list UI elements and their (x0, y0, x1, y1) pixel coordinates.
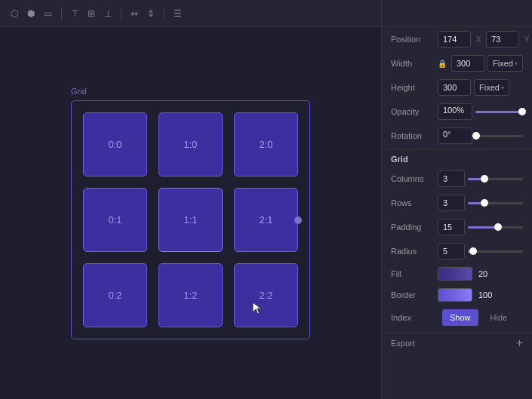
cell-2-1[interactable]: 2:1 (234, 188, 298, 252)
radius-row: Radius (382, 239, 532, 263)
radius-thumb[interactable] (469, 247, 477, 255)
y-axis-label: Y (522, 35, 531, 44)
cell-2-2[interactable]: 2:2 (234, 263, 298, 327)
x-axis-label: X (474, 35, 483, 44)
index-row: Index Show Hide (382, 305, 532, 330)
canvas-content: Grid 0:0 1:0 2:0 0:1 1:1 (0, 27, 381, 399)
top-toolbar: ⬡ ⬢ ▭ ⊤ ⊞ ⊥ ⇔ ⇕ ☰ (0, 0, 381, 27)
cell-0-1[interactable]: 0:1 (83, 188, 147, 252)
fill-row: Fill 20 (382, 263, 532, 284)
cell-label-1-0: 1:0 (183, 139, 197, 150)
cell-handle[interactable] (294, 216, 302, 224)
width-dropdown[interactable]: Fixed ▾ (487, 55, 523, 72)
cell-1-0[interactable]: 1:0 (158, 112, 223, 176)
rows-thumb[interactable] (481, 199, 488, 207)
rows-label: Rows (391, 198, 438, 207)
columns-thumb[interactable] (481, 175, 488, 183)
fill-label: Fill (391, 269, 438, 278)
opacity-value: 100% (438, 103, 523, 120)
padding-label: Padding (391, 223, 438, 232)
rotation-label: Rotation (391, 131, 438, 140)
menu-icon[interactable]: ☰ (172, 7, 183, 20)
padding-slider[interactable] (468, 226, 523, 229)
cell-label-0-0: 0:0 (108, 139, 121, 150)
align-center-h-icon[interactable]: ⬢ (26, 7, 36, 20)
chevron-down-icon-height: ▾ (501, 84, 504, 91)
cell-label-1-2: 1:2 (183, 290, 197, 301)
align-center-v-icon[interactable]: ⊞ (86, 7, 97, 20)
position-x-input[interactable] (438, 31, 471, 48)
cell-2-0[interactable]: 2:0 (234, 112, 298, 176)
toolbar-sep-2 (121, 8, 121, 20)
cell-label-2-1: 2:1 (259, 214, 272, 226)
chevron-down-icon: ▾ (515, 60, 518, 67)
opacity-thumb[interactable] (518, 108, 526, 115)
cell-0-0[interactable]: 0:0 (83, 112, 147, 176)
rotation-slider[interactable] (475, 135, 523, 137)
align-bottom-icon[interactable]: ⊥ (103, 7, 113, 20)
align-top-icon[interactable]: ⊤ (69, 7, 80, 20)
opacity-track (475, 111, 523, 113)
radius-value (438, 243, 523, 259)
right-panel: Position X Y Width 🔒 Fixed ▾ Height Fixe… (381, 0, 532, 399)
height-value: Fixed ▾ (438, 79, 523, 96)
width-input[interactable] (451, 55, 484, 72)
radius-slider[interactable] (468, 250, 523, 253)
align-left-icon[interactable]: ⬡ (9, 7, 20, 20)
cell-label-1-1: 1:1 (183, 214, 197, 226)
distribute-v-icon[interactable]: ⇕ (146, 7, 156, 20)
radius-track (468, 250, 523, 253)
padding-row: Padding (382, 215, 532, 239)
rows-slider[interactable] (468, 202, 523, 204)
fill-value: 20 (438, 267, 523, 281)
opacity-slider[interactable] (475, 111, 523, 113)
columns-input[interactable] (438, 170, 465, 187)
rows-row: Rows (382, 191, 532, 215)
rows-track (468, 202, 523, 204)
rows-input[interactable] (438, 195, 465, 211)
border-row: Border 100 (382, 284, 532, 305)
width-row: Width 🔒 Fixed ▾ (382, 51, 532, 75)
toolbar-sep-1 (61, 8, 62, 20)
opacity-display: 100% (438, 103, 472, 120)
columns-slider[interactable] (468, 178, 523, 180)
canvas-area: ⬡ ⬢ ▭ ⊤ ⊞ ⊥ ⇔ ⇕ ☰ Grid 0:0 1:0 2:0 (0, 0, 381, 399)
cell-label-0-1: 0:1 (108, 214, 121, 226)
export-plus-button[interactable]: + (516, 337, 523, 349)
radius-input[interactable] (438, 243, 465, 259)
columns-track (468, 178, 523, 180)
grid-section-header: Grid (382, 149, 532, 167)
padding-fill (468, 226, 498, 229)
lock-icon[interactable]: 🔒 (438, 60, 447, 68)
height-dropdown[interactable]: Fixed ▾ (474, 79, 509, 96)
rotation-thumb[interactable] (472, 132, 480, 140)
opacity-row: Opacity 100% (382, 100, 532, 124)
padding-input[interactable] (438, 219, 465, 235)
toolbar-sep-3 (164, 8, 165, 20)
hide-button[interactable]: Hide (483, 309, 515, 326)
align-right-icon[interactable]: ▭ (42, 7, 54, 20)
grid-container: Grid 0:0 1:0 2:0 0:1 1:1 (71, 87, 310, 339)
position-y-input[interactable] (486, 31, 519, 48)
width-label: Width (391, 59, 438, 68)
cell-label-0-2: 0:2 (108, 290, 121, 301)
export-row: Export + (382, 333, 532, 353)
opacity-fill (475, 111, 523, 113)
cell-0-2[interactable]: 0:2 (83, 263, 147, 327)
cell-1-1[interactable]: 1:1 (158, 188, 223, 252)
border-color-swatch[interactable] (438, 288, 472, 302)
position-value: X Y (438, 31, 531, 48)
export-label: Export (391, 339, 516, 348)
index-label: Index (391, 313, 438, 322)
height-label: Height (391, 83, 438, 92)
distribute-h-icon[interactable]: ⇔ (129, 7, 140, 20)
fill-color-swatch[interactable] (438, 267, 472, 281)
rotation-track (475, 135, 523, 137)
padding-track (468, 226, 523, 229)
cell-1-2[interactable]: 1:2 (158, 263, 223, 327)
show-button[interactable]: Show (442, 309, 478, 326)
rotation-value: 0° (438, 127, 523, 144)
rows-value (438, 195, 523, 211)
height-input[interactable] (438, 79, 471, 96)
padding-thumb[interactable] (494, 223, 502, 231)
